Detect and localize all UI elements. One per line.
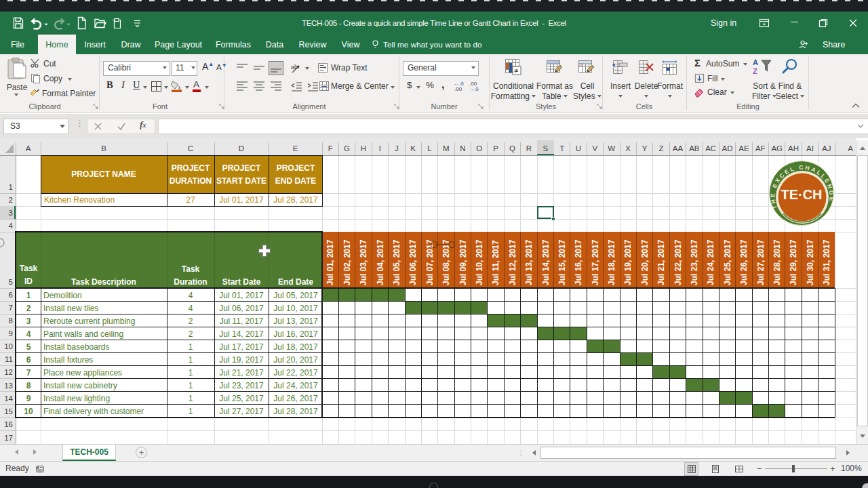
svg-text:Install fixtures: Install fixtures [43,355,93,365]
svg-text:15: 15 [4,407,13,415]
svg-text:Install new cabinetry: Install new cabinetry [43,381,117,390]
svg-text:F: F [328,144,333,152]
svg-text:16: 16 [4,420,13,428]
svg-text:Jul 19, 2017: Jul 19, 2017 [623,239,633,285]
svg-text:10: 10 [24,407,33,416]
svg-text:Jul 12, 2017: Jul 12, 2017 [508,239,517,285]
svg-text:2: 2 [189,317,193,326]
svg-text:DURATION: DURATION [170,176,212,186]
svg-text:AC: AC [705,144,716,152]
svg-text:Jul 13, 2017: Jul 13, 2017 [524,239,534,285]
svg-text:Jul 18, 2017: Jul 18, 2017 [273,342,318,352]
svg-text:O: O [476,144,482,152]
svg-text:Q: Q [509,144,515,152]
svg-text:ID: ID [24,277,33,286]
svg-text:R: R [526,144,532,152]
svg-text:Z: Z [753,67,757,75]
svg-text:1: 1 [189,368,193,378]
svg-text:M: M [443,144,450,152]
svg-text:Jul 06, 2017: Jul 06, 2017 [219,304,264,313]
svg-text:3: 3 [9,209,13,217]
svg-text:AA: AA [673,144,684,152]
svg-text:Jul 23, 2017: Jul 23, 2017 [219,381,264,390]
svg-text:8: 8 [9,317,13,325]
svg-text:Jul 20, 2017: Jul 20, 2017 [273,355,318,365]
svg-text:Jul 17, 2017: Jul 17, 2017 [591,239,600,285]
svg-text:Jul 27, 2017: Jul 27, 2017 [219,407,264,416]
svg-text:D: D [239,144,244,152]
svg-text:Jul 24, 2017: Jul 24, 2017 [273,381,318,390]
svg-text:AI: AI [806,144,814,152]
svg-text:→.0: →.0 [469,86,479,92]
svg-text:K: K [410,144,416,152]
svg-text:5: 5 [9,278,13,286]
svg-text:J: J [395,144,399,152]
svg-text:Jul 23, 2017: Jul 23, 2017 [690,239,699,285]
svg-text:Jul 25, 2017: Jul 25, 2017 [723,239,732,285]
svg-text:Task Description: Task Description [71,277,136,287]
svg-text:Jul 18, 2017: Jul 18, 2017 [607,239,616,285]
svg-text:ab: ab [291,64,298,70]
svg-text:Jul 19, 2017: Jul 19, 2017 [219,355,264,365]
svg-text:PROJECT NAME: PROJECT NAME [71,169,136,179]
svg-text:Jul 07, 2017: Jul 07, 2017 [425,239,435,285]
svg-text:S: S [542,144,548,152]
svg-text:Jul 26, 2017: Jul 26, 2017 [273,394,318,403]
svg-text:Jul 01, 2017: Jul 01, 2017 [326,239,335,285]
svg-text:W: W [608,144,615,152]
svg-text:Final delivery with customer: Final delivery with customer [43,407,144,416]
svg-text:END DATE: END DATE [275,176,316,186]
svg-text:Start Date: Start Date [222,277,261,287]
svg-text:Jul 29, 2017: Jul 29, 2017 [789,239,798,285]
svg-text:G: G [344,144,350,152]
svg-text:PROJECT: PROJECT [172,163,210,173]
svg-text:Jul 17, 2017: Jul 17, 2017 [219,342,264,352]
svg-text:AJ: AJ [822,144,831,152]
svg-text:E: E [293,144,298,152]
svg-text:Jul 20, 2017: Jul 20, 2017 [640,239,650,285]
svg-text:A: A [848,144,853,152]
svg-text:P: P [493,144,498,152]
svg-text:6: 6 [26,355,31,365]
svg-text:START DATE: START DATE [216,176,267,186]
svg-text:Place new appliances: Place new appliances [43,368,122,378]
svg-text:AB: AB [689,144,700,152]
svg-text:2: 2 [26,304,31,313]
svg-text:PROJECT: PROJECT [277,163,315,173]
svg-text:T: T [559,144,564,152]
svg-text:1: 1 [189,355,193,365]
svg-text:2: 2 [189,329,193,339]
svg-text:10: 10 [4,342,13,350]
svg-text:Jul 24, 2017: Jul 24, 2017 [706,239,715,285]
svg-text:1: 1 [189,381,193,390]
svg-text:Jul 05, 2017: Jul 05, 2017 [392,239,401,285]
svg-text:Jul 10, 2017: Jul 10, 2017 [273,304,318,313]
svg-text:PROJECT: PROJECT [222,163,261,173]
svg-text:Task: Task [20,264,38,273]
svg-text:Jul 14, 2017: Jul 14, 2017 [219,329,264,339]
svg-text:6: 6 [9,291,13,299]
svg-text:Jul 11, 2017: Jul 11, 2017 [491,240,500,285]
svg-text:Y: Y [642,144,648,152]
svg-text:12: 12 [4,368,13,376]
svg-text:Paint walls and ceiling: Paint walls and ceiling [43,329,123,339]
svg-text:2: 2 [9,196,13,204]
svg-text:4: 4 [189,291,193,300]
svg-text:Jul 01, 2017: Jul 01, 2017 [219,195,264,205]
svg-text:Task: Task [182,264,200,274]
svg-text:7: 7 [9,304,13,312]
svg-text:AF: AF [755,144,766,152]
svg-text:Jul 15, 2017: Jul 15, 2017 [557,239,567,285]
svg-text:17: 17 [4,434,13,442]
svg-text:AD: AD [722,144,733,152]
svg-text:End Date: End Date [278,277,313,287]
svg-text:Jul 13, 2017: Jul 13, 2017 [273,317,318,326]
svg-text:TE·CH: TE·CH [781,187,822,202]
svg-text:Jul 27, 2017: Jul 27, 2017 [756,239,766,285]
svg-text:Jul 21, 2017: Jul 21, 2017 [656,239,666,285]
svg-text:Jul 05, 2017: Jul 05, 2017 [273,291,318,300]
svg-text:8: 8 [26,381,31,390]
svg-text:AG: AG [771,144,783,152]
svg-text:13: 13 [4,382,13,390]
svg-text:N: N [460,144,465,152]
